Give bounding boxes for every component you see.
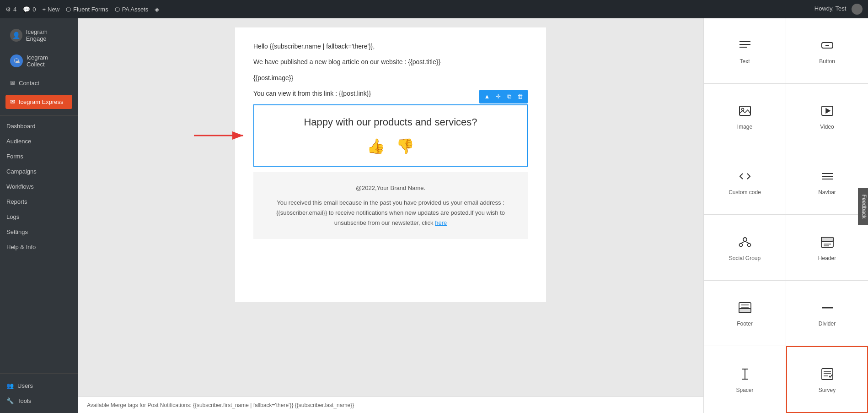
topbar-comments[interactable]: 💬 0 bbox=[23, 6, 36, 13]
text-block-label: Text bbox=[739, 58, 750, 65]
toolbar-up-btn[interactable]: ▲ bbox=[482, 92, 492, 102]
topbar-diamond[interactable]: ◈ bbox=[155, 6, 159, 13]
block-card-survey[interactable]: Survey bbox=[786, 346, 868, 413]
thumbs-up-icon[interactable]: 👍 bbox=[367, 137, 385, 155]
sidebar-item-dashboard[interactable]: Dashboard bbox=[0, 119, 78, 134]
block-card-header[interactable]: Header bbox=[786, 215, 868, 280]
main-layout: 👤 Icegram Engage 🌤 Icegram Collect ✉ Con… bbox=[0, 18, 868, 413]
feedback-label: Feedback bbox=[861, 195, 868, 219]
sidebar-item-reports[interactable]: Reports bbox=[0, 194, 78, 209]
topbar-fluent-forms[interactable]: ⬡ Fluent Forms bbox=[66, 6, 108, 13]
sidebar-brand-collect[interactable]: 🌤 Icegram Collect bbox=[5, 50, 72, 71]
svg-marker-10 bbox=[826, 109, 830, 113]
comment-icon: 💬 bbox=[23, 6, 30, 13]
survey-block[interactable]: Happy with our products and services? 👍 … bbox=[253, 104, 528, 167]
help-label: Help & Info bbox=[6, 244, 36, 250]
sidebar-item-campaigns[interactable]: Campaigns bbox=[0, 164, 78, 179]
svg-line-17 bbox=[741, 241, 745, 244]
email-line2: We have published a new blog article on … bbox=[253, 57, 528, 67]
footer-link[interactable]: here bbox=[435, 219, 447, 226]
diamond-icon: ◈ bbox=[155, 6, 159, 13]
new-label: New bbox=[48, 6, 59, 13]
email-editor: Hello {{subscriber.name | fallback='ther… bbox=[78, 18, 703, 397]
arrow-annotation bbox=[194, 129, 249, 142]
svg-rect-20 bbox=[821, 237, 833, 241]
bottom-bar: Available Merge tags for Post Notificati… bbox=[78, 397, 703, 413]
logs-label: Logs bbox=[6, 213, 19, 220]
header-block-icon bbox=[819, 234, 836, 250]
toolbar-move-btn[interactable]: ✛ bbox=[493, 92, 503, 102]
workflows-label: Workflows bbox=[6, 183, 34, 190]
footer-brand: @2022,Your Brand Name. bbox=[263, 183, 519, 193]
block-card-divider[interactable]: Divider bbox=[786, 281, 868, 346]
sidebar-item-settings[interactable]: Settings bbox=[0, 224, 78, 239]
comment-count: 0 bbox=[32, 6, 36, 13]
contact-icon: ✉ bbox=[10, 80, 15, 87]
engage-avatar: 👤 bbox=[10, 29, 22, 42]
howdy-text: Howdy, Test bbox=[814, 5, 847, 12]
plus-icon: + bbox=[42, 6, 46, 13]
topbar-new[interactable]: + New bbox=[42, 6, 59, 13]
updates-icon: ⚙ bbox=[5, 6, 11, 13]
fluent-icon: ⬡ bbox=[66, 6, 71, 13]
svg-point-15 bbox=[739, 243, 742, 246]
block-card-navbar[interactable]: Navbar bbox=[786, 149, 868, 214]
video-block-icon bbox=[819, 103, 836, 119]
video-block-label: Video bbox=[820, 124, 834, 130]
block-card-social-group[interactable]: Social Group bbox=[704, 215, 786, 280]
footer-text: You received this email because in the p… bbox=[263, 198, 519, 228]
block-card-footer[interactable]: Footer bbox=[704, 281, 786, 346]
sidebar-logo-area: 👤 Icegram Engage 🌤 Icegram Collect ✉ Con… bbox=[0, 18, 78, 116]
block-card-text[interactable]: Text bbox=[704, 18, 786, 83]
topbar-howdy: Howdy, Test bbox=[814, 4, 863, 15]
sidebar-item-users[interactable]: 👥 Users bbox=[0, 378, 78, 393]
block-card-custom-code[interactable]: Custom code bbox=[704, 149, 786, 214]
red-arrow-svg bbox=[194, 129, 249, 142]
block-card-video[interactable]: Video bbox=[786, 84, 868, 149]
sidebar-brand-engage[interactable]: 👤 Icegram Engage bbox=[5, 25, 72, 46]
block-card-spacer[interactable]: Spacer bbox=[704, 346, 786, 413]
sidebar-item-tools[interactable]: 🔧 Tools bbox=[0, 393, 78, 408]
blocks-grid: Text Button bbox=[704, 18, 868, 413]
sidebar: 👤 Icegram Engage 🌤 Icegram Collect ✉ Con… bbox=[0, 18, 78, 413]
sidebar-item-help[interactable]: Help & Info bbox=[0, 239, 78, 255]
survey-block-icon bbox=[819, 366, 836, 382]
button-block-label: Button bbox=[819, 58, 835, 65]
sidebar-item-logs[interactable]: Logs bbox=[0, 209, 78, 224]
topbar-updates[interactable]: ⚙ 4 bbox=[5, 6, 16, 13]
forms-label: Forms bbox=[6, 153, 23, 160]
thumbs-down-icon[interactable]: 👎 bbox=[396, 137, 414, 155]
footer-block: @2022,Your Brand Name. You received this… bbox=[253, 172, 528, 239]
toolbar-delete-btn[interactable]: 🗑 bbox=[515, 92, 525, 102]
arrow-container: Happy with our products and services? 👍 … bbox=[253, 104, 528, 167]
dashboard-label: Dashboard bbox=[6, 123, 36, 130]
sidebar-item-audience[interactable]: Audience bbox=[0, 134, 78, 149]
toolbar-copy-btn[interactable]: ⧉ bbox=[504, 92, 514, 102]
engage-label: Icegram Engage bbox=[26, 28, 68, 42]
feedback-tab[interactable]: Feedback bbox=[858, 188, 868, 225]
users-label: Users bbox=[17, 382, 33, 389]
block-card-button[interactable]: Button bbox=[786, 18, 868, 83]
svg-point-8 bbox=[741, 109, 744, 111]
image-block-label: Image bbox=[737, 124, 752, 130]
pa-icon: ⬡ bbox=[115, 6, 120, 13]
topbar-pa-assets[interactable]: ⬡ PA Assets bbox=[115, 6, 149, 13]
sidebar-item-forms[interactable]: Forms bbox=[0, 149, 78, 164]
fluent-forms-label: Fluent Forms bbox=[73, 6, 108, 13]
survey-title: Happy with our products and services? bbox=[263, 116, 518, 128]
email-canvas: Hello {{subscriber.name | fallback='ther… bbox=[235, 27, 546, 302]
sidebar-item-workflows[interactable]: Workflows bbox=[0, 179, 78, 194]
sidebar-contact[interactable]: ✉ Contact bbox=[5, 76, 72, 90]
social-group-block-label: Social Group bbox=[729, 255, 761, 261]
sidebar-express[interactable]: ✉ Icegram Express bbox=[5, 95, 72, 109]
contact-label: Contact bbox=[19, 80, 39, 87]
block-card-image[interactable]: Image bbox=[704, 84, 786, 149]
email-line3: {{post.image}} bbox=[253, 73, 528, 83]
block-toolbar: ▲ ✛ ⧉ 🗑 bbox=[479, 90, 528, 103]
collect-avatar: 🌤 bbox=[10, 54, 23, 67]
avatar-small bbox=[852, 4, 863, 15]
custom-code-block-icon bbox=[737, 168, 753, 185]
express-label: Icegram Express bbox=[19, 98, 64, 105]
right-panel: Text Button bbox=[703, 18, 868, 413]
sidebar-bottom: 👥 Users 🔧 Tools bbox=[0, 373, 78, 413]
